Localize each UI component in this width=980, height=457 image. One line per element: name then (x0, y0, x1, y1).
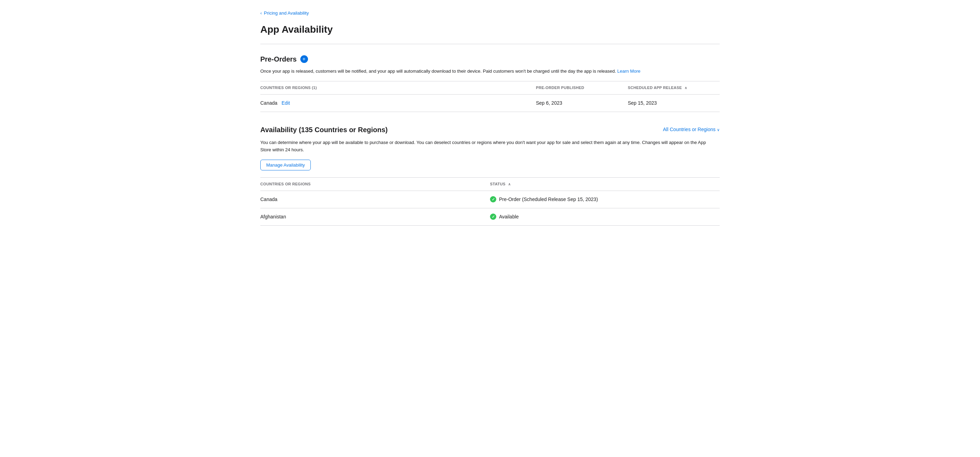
learn-more-link[interactable]: Learn More (617, 68, 640, 74)
status-label-canada: Pre-Order (Scheduled Release Sep 15, 202… (499, 196, 598, 203)
page-container: ‹ Pricing and Availability App Availabil… (247, 0, 733, 259)
preorders-description: Once your app is released, customers wil… (260, 68, 720, 75)
availability-table: COUNTRIES OR REGIONS STATUS ∧ Canada Pre… (260, 178, 720, 226)
availability-col-country: COUNTRIES OR REGIONS (260, 178, 490, 191)
availability-header-row: Availability (135 Countries or Regions) … (260, 124, 720, 135)
preorders-header: Pre-Orders + (260, 54, 720, 64)
status-checkmark-icon (490, 196, 496, 202)
manage-availability-button[interactable]: Manage Availability (260, 160, 311, 170)
status-checkmark-icon-2 (490, 214, 496, 220)
availability-row-canada: Canada Pre-Order (Scheduled Release Sep … (260, 190, 720, 208)
add-preorder-button[interactable]: + (300, 55, 308, 63)
page-title: App Availability (260, 22, 720, 37)
sort-arrow-status: ∧ (508, 182, 511, 187)
availability-col-status: STATUS ∧ (490, 178, 720, 191)
preorders-col-published: PRE-ORDER PUBLISHED (536, 81, 628, 95)
preorders-col-country: COUNTRIES OR REGIONS (1) (260, 81, 536, 95)
breadcrumb-link[interactable]: Pricing and Availability (264, 10, 309, 17)
availability-status-afghanistan: Available (490, 208, 720, 225)
preorders-edit-link[interactable]: Edit (282, 100, 290, 106)
chevron-down-icon: ∨ (717, 127, 720, 133)
preorders-row-published: Sep 6, 2023 (536, 94, 628, 112)
availability-country-afghanistan: Afghanistan (260, 208, 490, 225)
preorders-title: Pre-Orders (260, 54, 297, 64)
all-countries-link[interactable]: All Countries or Regions ∨ (663, 126, 720, 133)
section-divider-top (260, 44, 720, 44)
availability-country-canada: Canada (260, 190, 490, 208)
preorders-table-row: Canada Edit Sep 6, 2023 Sep 15, 2023 (260, 94, 720, 112)
availability-row-afghanistan: Afghanistan Available (260, 208, 720, 225)
preorders-section: Pre-Orders + Once your app is released, … (260, 54, 720, 112)
preorders-col-release: SCHEDULED APP RELEASE ∧ (628, 81, 720, 95)
preorders-row-release: Sep 15, 2023 (628, 94, 720, 112)
sort-arrow-release: ∧ (684, 85, 687, 90)
availability-section: Availability (135 Countries or Regions) … (260, 124, 720, 226)
preorders-table: COUNTRIES OR REGIONS (1) PRE-ORDER PUBLI… (260, 81, 720, 112)
status-label-afghanistan: Available (499, 213, 519, 221)
preorders-row-country: Canada Edit (260, 94, 536, 112)
back-chevron-icon: ‹ (260, 10, 262, 17)
availability-title: Availability (135 Countries or Regions) (260, 124, 388, 135)
availability-status-canada: Pre-Order (Scheduled Release Sep 15, 202… (490, 190, 720, 208)
breadcrumb: ‹ Pricing and Availability (260, 10, 720, 17)
availability-description: You can determine where your app will be… (260, 139, 713, 154)
